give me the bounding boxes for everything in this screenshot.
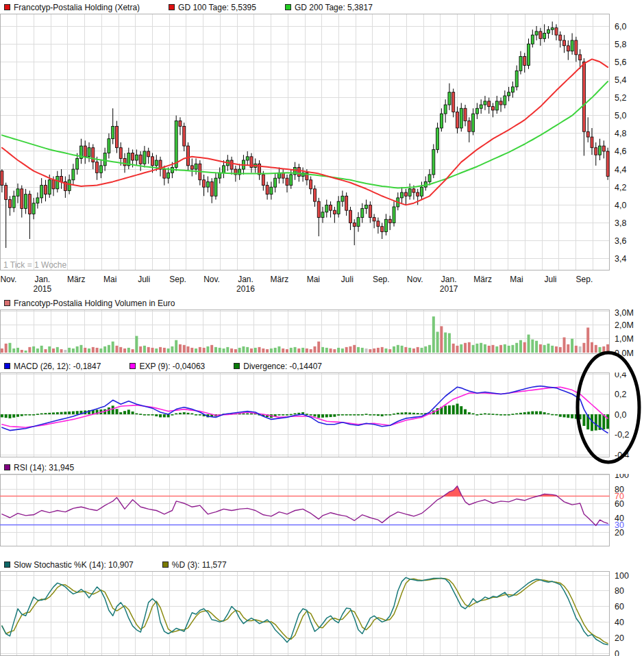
stock-analysis-chart: Francotyp-Postalia Holding (Xetra) GD 10… bbox=[0, 0, 644, 656]
rsi-legend-item: RSI (14): 31,945 bbox=[4, 463, 74, 472]
svg-text:Sep.: Sep. bbox=[576, 275, 593, 284]
svg-text:20: 20 bbox=[615, 633, 624, 643]
svg-text:4,0: 4,0 bbox=[615, 201, 626, 210]
svg-text:4,8: 4,8 bbox=[615, 129, 626, 138]
svg-text:Jan.: Jan. bbox=[441, 275, 457, 284]
gd100-label: GD 100 Tage: 5,5395 bbox=[178, 3, 256, 12]
svg-text:5,2: 5,2 bbox=[615, 93, 626, 103]
svg-text:Mai: Mai bbox=[510, 275, 523, 284]
volume-label: Francotyp-Postalia Holding Volumen in Eu… bbox=[14, 299, 175, 308]
volume-panel: 3,0M2,0M1,0M0,0M bbox=[0, 310, 644, 356]
svg-text:3,8: 3,8 bbox=[615, 218, 626, 228]
stochastic-d-marker bbox=[162, 562, 169, 568]
svg-text:Mai: Mai bbox=[307, 275, 320, 284]
svg-text:1 Tick = 1 Woche: 1 Tick = 1 Woche bbox=[3, 260, 66, 270]
svg-text:Sep.: Sep. bbox=[373, 275, 390, 284]
svg-text:0,4: 0,4 bbox=[615, 373, 626, 379]
svg-text:20: 20 bbox=[615, 528, 624, 538]
gd200-legend-item: GD 200 Tage: 5,3817 bbox=[285, 3, 373, 12]
stochastic-legend: Slow Stochastic %K (14): 10,907 %D (3): … bbox=[0, 557, 644, 571]
svg-text:6,0: 6,0 bbox=[615, 22, 626, 31]
svg-text:Jan.: Jan. bbox=[238, 275, 253, 284]
series-label: Francotyp-Postalia Holding (Xetra) bbox=[14, 3, 140, 12]
rsi-label: RSI (14): 31,945 bbox=[14, 463, 74, 472]
svg-text:Nov.: Nov. bbox=[0, 275, 16, 284]
svg-text:80: 80 bbox=[615, 586, 624, 596]
divergence-marker bbox=[234, 363, 240, 369]
volume-marker bbox=[4, 300, 10, 306]
exp-marker bbox=[129, 363, 136, 369]
svg-text:-0,2: -0,2 bbox=[615, 430, 630, 440]
svg-text:0: 0 bbox=[615, 649, 619, 656]
svg-text:Juli: Juli bbox=[544, 275, 556, 284]
svg-text:5,6: 5,6 bbox=[615, 58, 626, 67]
rsi-marker bbox=[4, 464, 10, 470]
macd-label: MACD (26, 12): -0,1847 bbox=[14, 362, 101, 371]
stochastic-k-marker bbox=[4, 562, 10, 568]
rsi-panel: 100807060403020 bbox=[0, 474, 644, 546]
svg-text:4,6: 4,6 bbox=[615, 147, 626, 156]
svg-text:Nov.: Nov. bbox=[407, 275, 423, 284]
svg-text:40: 40 bbox=[615, 618, 624, 627]
svg-text:Jan.: Jan. bbox=[34, 275, 50, 284]
macd-panel: 0,40,20,0-0,2-0,4 bbox=[0, 373, 644, 457]
svg-text:5,4: 5,4 bbox=[615, 75, 626, 85]
svg-text:60: 60 bbox=[615, 602, 624, 611]
svg-text:5,0: 5,0 bbox=[615, 111, 626, 121]
stochastic-d-legend-item: %D (3): 11,577 bbox=[162, 560, 227, 570]
macd-marker bbox=[4, 363, 10, 369]
svg-text:Juli: Juli bbox=[341, 275, 354, 284]
svg-text:-0,4: -0,4 bbox=[615, 451, 630, 458]
svg-text:4,2: 4,2 bbox=[615, 183, 626, 192]
gd200-marker bbox=[285, 4, 291, 10]
svg-text:1,0M: 1,0M bbox=[615, 334, 634, 344]
svg-text:2015: 2015 bbox=[33, 284, 51, 294]
svg-text:Mai: Mai bbox=[103, 275, 116, 284]
price-legend-item: Francotyp-Postalia Holding (Xetra) bbox=[4, 3, 140, 12]
volume-legend-item: Francotyp-Postalia Holding Volumen in Eu… bbox=[4, 299, 175, 308]
svg-text:2,0M: 2,0M bbox=[615, 320, 634, 330]
svg-text:Nov.: Nov. bbox=[203, 275, 220, 284]
macd-legend: MACD (26, 12): -0,1847 EXP (9): -0,04063… bbox=[0, 359, 644, 373]
series-marker bbox=[4, 4, 10, 10]
macd-legend-item: MACD (26, 12): -0,1847 bbox=[4, 362, 101, 371]
gd100-legend-item: GD 100 Tage: 5,5395 bbox=[169, 3, 256, 12]
stochastic-panel: 100806040200 bbox=[0, 571, 644, 656]
divergence-legend-item: Divergence: -0,14407 bbox=[234, 362, 322, 371]
stochastic-d-label: %D (3): 11,577 bbox=[172, 560, 227, 570]
gd200-label: GD 200 Tage: 5,3817 bbox=[295, 3, 373, 12]
svg-text:Sep.: Sep. bbox=[169, 275, 186, 284]
svg-text:0,0: 0,0 bbox=[615, 410, 626, 420]
gd100-marker bbox=[169, 4, 175, 10]
svg-text:100: 100 bbox=[615, 571, 629, 581]
rsi-legend: RSI (14): 31,945 bbox=[0, 460, 644, 474]
svg-text:60: 60 bbox=[615, 499, 624, 509]
svg-text:3,6: 3,6 bbox=[615, 236, 626, 246]
exp-label: EXP (9): -0,04063 bbox=[139, 362, 205, 371]
svg-text:100: 100 bbox=[615, 474, 629, 480]
price-candlestick-panel: 1 Tick = 1 Woche6,05,85,65,45,25,04,84,6… bbox=[0, 14, 644, 296]
svg-text:2016: 2016 bbox=[236, 284, 255, 294]
svg-text:März: März bbox=[67, 275, 86, 284]
svg-text:3,4: 3,4 bbox=[615, 254, 626, 264]
svg-text:3,0M: 3,0M bbox=[615, 310, 634, 318]
svg-text:4,4: 4,4 bbox=[615, 165, 626, 175]
svg-text:März: März bbox=[473, 275, 492, 284]
svg-text:0,0M: 0,0M bbox=[615, 349, 634, 357]
price-legend: Francotyp-Postalia Holding (Xetra) GD 10… bbox=[0, 0, 644, 14]
svg-text:5,8: 5,8 bbox=[615, 40, 626, 49]
svg-text:Juli: Juli bbox=[138, 275, 150, 284]
divergence-label: Divergence: -0,14407 bbox=[243, 362, 322, 371]
stochastic-k-legend-item: Slow Stochastic %K (14): 10,907 bbox=[4, 560, 134, 570]
svg-text:0,2: 0,2 bbox=[615, 390, 626, 399]
stochastic-k-label: Slow Stochastic %K (14): 10,907 bbox=[14, 560, 134, 570]
svg-text:März: März bbox=[271, 275, 289, 284]
svg-text:2017: 2017 bbox=[440, 284, 458, 294]
exp-legend-item: EXP (9): -0,04063 bbox=[129, 362, 205, 371]
volume-legend: Francotyp-Postalia Holding Volumen in Eu… bbox=[0, 296, 644, 310]
